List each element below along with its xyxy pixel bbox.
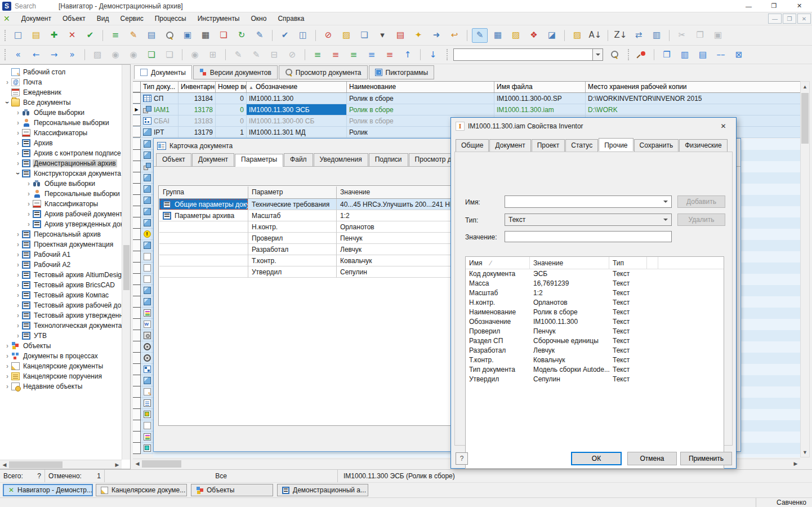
scrollbar-thumb[interactable]: [9, 461, 63, 468]
tree-item[interactable]: Ежедневник: [0, 87, 122, 97]
expander-icon[interactable]: [14, 129, 22, 137]
checkout-document-icon[interactable]: ✔: [82, 28, 98, 43]
table-row[interactable]: [133, 296, 153, 308]
dlg-tab-project[interactable]: Проект: [532, 139, 565, 152]
expander-icon[interactable]: [14, 301, 22, 309]
tree-item[interactable]: УТВ: [0, 331, 122, 341]
tree-item[interactable]: Персональные выборки: [0, 118, 122, 128]
child-minimize-icon[interactable]: —: [768, 14, 782, 24]
table-row[interactable]: [133, 206, 153, 217]
tree-item[interactable]: Рабочий А2: [0, 260, 122, 270]
run-search-icon[interactable]: [606, 47, 622, 62]
expander-icon[interactable]: [14, 322, 22, 330]
group-cell-selected[interactable]: Общие параметры докуме: [159, 199, 248, 210]
copy-remove-icon[interactable]: ❏: [162, 47, 177, 62]
tree-item[interactable]: Архив утвержденных док: [0, 219, 122, 229]
col-filename[interactable]: Имя файла: [494, 82, 586, 92]
table-row[interactable]: [133, 364, 153, 375]
save-folder-icon[interactable]: ▨: [338, 28, 354, 43]
nav-next-icon[interactable]: →: [46, 47, 62, 62]
nav-prev-icon[interactable]: ←: [28, 47, 44, 62]
add-document-icon[interactable]: ✚: [46, 28, 62, 43]
expander-icon[interactable]: [14, 312, 22, 319]
list-add-green-icon[interactable]: ≡: [310, 47, 325, 62]
tab-documents[interactable]: Документы: [134, 65, 192, 79]
close-icon[interactable]: ✕: [787, 0, 812, 12]
tree-item[interactable]: Конструкторская документа: [0, 168, 122, 179]
table-row[interactable]: [133, 139, 153, 150]
scroll-down-icon[interactable]: ▼: [801, 447, 809, 457]
node-block-icon[interactable]: ⊘: [284, 47, 300, 62]
copy-pages-icon[interactable]: ❏: [216, 28, 231, 43]
dlg-tab-other[interactable]: Прочие: [599, 138, 633, 151]
table-row[interactable]: [133, 443, 153, 454]
tree-horizontal-scrollbar[interactable]: ◀ ▶: [0, 460, 122, 469]
table-row[interactable]: [133, 251, 153, 263]
col-group[interactable]: Группа: [159, 186, 248, 198]
card-tab-signatures[interactable]: Подписи: [369, 153, 408, 166]
node-edit-alt-icon[interactable]: ✎: [248, 47, 264, 62]
col-storage-path[interactable]: Место хранения рабочей копии: [586, 82, 800, 92]
tile-horizontal-icon[interactable]: ▤: [695, 47, 711, 62]
tree-item[interactable]: Демонстрационный архив: [0, 158, 122, 168]
col-type[interactable]: Тип доку...: [141, 82, 179, 92]
tree-item[interactable]: Технологическая документа: [0, 321, 122, 331]
expander-icon[interactable]: [14, 119, 22, 127]
expander-icon[interactable]: [3, 99, 11, 106]
list-sort-down-icon[interactable]: ↓: [425, 47, 441, 62]
report-document-icon[interactable]: ▤: [392, 28, 408, 43]
menu-item[interactable]: Документ: [16, 13, 57, 24]
name-combobox[interactable]: [505, 195, 672, 208]
list-insert-icon[interactable]: ≡: [364, 47, 380, 62]
tree-item[interactable]: Архив рабочей документ: [0, 209, 122, 219]
dlg-tab-save[interactable]: Сохранить: [634, 139, 679, 152]
tree-item[interactable]: Архив с контролем подписе: [0, 148, 122, 158]
copy-icon[interactable]: ❐: [692, 28, 708, 43]
menu-item[interactable]: Инструменты: [192, 13, 246, 24]
list-remove-red-icon[interactable]: ≡: [328, 47, 343, 62]
expander-icon[interactable]: [25, 190, 33, 198]
expander-icon[interactable]: [14, 159, 22, 167]
preview-icon[interactable]: ▣: [180, 28, 195, 43]
tree-item[interactable]: Тестовый архив Компас: [0, 290, 122, 300]
table-row[interactable]: [133, 195, 153, 206]
dlg-tab-physical[interactable]: Физические: [679, 139, 728, 152]
table-row[interactable]: [133, 420, 153, 432]
note-icon[interactable]: ▤: [28, 28, 44, 43]
expander-icon[interactable]: [25, 220, 33, 228]
remove-button[interactable]: Удалить: [677, 214, 725, 226]
minimize-all-icon[interactable]: ––: [713, 47, 729, 62]
expander-icon[interactable]: [25, 180, 33, 188]
table-row[interactable]: [133, 263, 153, 274]
card-tab-parameters[interactable]: Параметры: [235, 154, 283, 167]
folder-icon[interactable]: ▨: [90, 47, 105, 62]
property-row[interactable]: Раздел СП Сборочные единицы Текст: [466, 336, 724, 346]
table-row[interactable]: [133, 184, 153, 195]
tree-item[interactable]: Персональный архив: [0, 229, 122, 239]
archive-view-icon[interactable]: ▦: [490, 28, 506, 43]
table-row[interactable]: [133, 285, 153, 296]
property-row[interactable]: Н.контр. Орланотов Текст: [466, 298, 724, 308]
list-remove-icon[interactable]: ≡: [382, 47, 398, 62]
scrollbar-thumb[interactable]: [123, 245, 130, 290]
list-check-icon[interactable]: ≡: [108, 28, 123, 43]
return-icon[interactable]: ↩: [447, 28, 462, 43]
toolbar-grip[interactable]: [5, 49, 6, 60]
menu-item[interactable]: Объект: [57, 13, 91, 24]
child-restore-icon[interactable]: ❐: [783, 14, 796, 24]
copy-to-icon[interactable]: ➜: [429, 28, 444, 43]
add-button[interactable]: Добавить: [677, 195, 725, 208]
table-row[interactable]: [133, 217, 153, 229]
table-row[interactable]: [133, 375, 153, 386]
node-add-icon[interactable]: ⊞: [205, 47, 221, 62]
toolbar-grip[interactable]: [5, 30, 6, 41]
folder-documents-icon[interactable]: ▨: [508, 28, 524, 43]
comment-select-icon[interactable]: ◪: [544, 28, 560, 43]
tab-pictograms[interactable]: Пиктограммы: [369, 65, 435, 79]
help-button[interactable]: ?: [456, 452, 468, 465]
document-card-icon[interactable]: ▤: [144, 28, 159, 43]
expander-icon[interactable]: [14, 271, 22, 279]
table-row[interactable]: [133, 172, 153, 184]
tree-item[interactable]: Архив: [0, 138, 122, 148]
property-row[interactable]: Код документа ЭСБ Текст: [466, 269, 724, 279]
